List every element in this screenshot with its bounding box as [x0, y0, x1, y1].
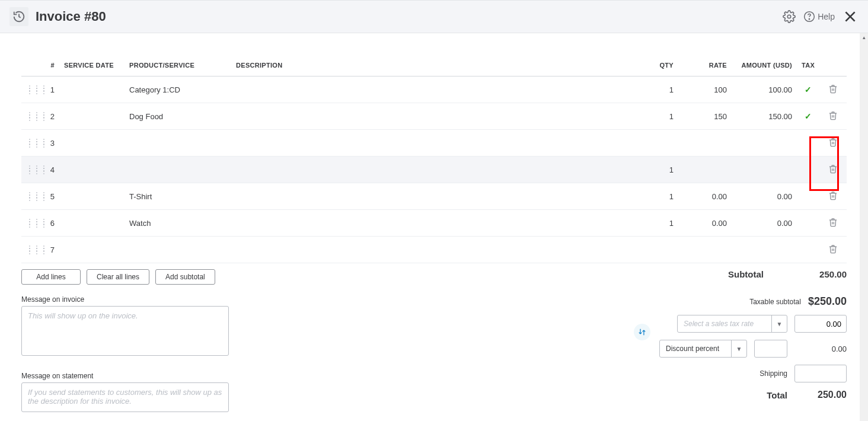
help-button[interactable]: Help	[803, 11, 835, 23]
service-date-cell[interactable]	[59, 130, 125, 157]
description-cell[interactable]	[231, 183, 631, 210]
tax-amount-input[interactable]	[794, 315, 847, 333]
table-row[interactable]: ⋮⋮⋮⋮⋮⋮1Category 1:CD1100100.00✓	[21, 76, 847, 103]
rate-cell[interactable]	[678, 157, 732, 183]
tax-cell[interactable]	[797, 237, 819, 263]
tax-cell[interactable]	[797, 130, 819, 157]
qty-cell[interactable]: 1	[631, 210, 678, 237]
bottom-area: Message on invoice Message on statement …	[21, 295, 847, 414]
discount-type-select[interactable]: Discount percent ▼	[659, 340, 747, 358]
product-cell[interactable]	[125, 157, 231, 183]
subtotal-value: 250.00	[799, 269, 847, 279]
trash-icon	[828, 84, 838, 94]
rate-cell[interactable]	[678, 130, 732, 157]
table-row[interactable]: ⋮⋮⋮⋮⋮⋮6Watch10.000.00	[21, 210, 847, 237]
amount-cell[interactable]: 150.00	[732, 103, 797, 130]
drag-handle-icon[interactable]: ⋮⋮⋮⋮⋮⋮	[21, 130, 38, 157]
message-invoice-label: Message on invoice	[21, 295, 229, 304]
drag-handle-icon[interactable]: ⋮⋮⋮⋮⋮⋮	[21, 237, 38, 263]
message-statement-input[interactable]	[21, 382, 229, 412]
description-cell[interactable]	[231, 237, 631, 263]
line-action-buttons: Add lines Clear all lines Add subtotal	[21, 269, 215, 285]
service-date-cell[interactable]	[59, 210, 125, 237]
drag-handle-icon[interactable]: ⋮⋮⋮⋮⋮⋮	[21, 76, 38, 103]
tax-cell[interactable]	[797, 157, 819, 183]
delete-row-button[interactable]	[819, 210, 847, 237]
shipping-input[interactable]	[794, 365, 847, 382]
close-icon[interactable]	[842, 8, 859, 25]
description-cell[interactable]	[231, 103, 631, 130]
service-date-cell[interactable]	[59, 103, 125, 130]
discount-row: Discount percent ▼ 0.00	[642, 340, 847, 358]
chevron-down-icon: ▼	[731, 340, 746, 357]
qty-cell[interactable]: 1	[631, 157, 678, 183]
discount-value-input[interactable]	[754, 340, 787, 358]
table-row[interactable]: ⋮⋮⋮⋮⋮⋮5T-Shirt10.000.00	[21, 183, 847, 210]
taxable-subtotal-label: Taxable subtotal	[749, 298, 801, 306]
rate-cell[interactable]: 0.00	[678, 183, 732, 210]
add-subtotal-button[interactable]: Add subtotal	[155, 269, 215, 285]
amount-cell[interactable]: 0.00	[732, 183, 797, 210]
gear-icon[interactable]	[782, 9, 796, 24]
tax-cell[interactable]	[797, 210, 819, 237]
description-cell[interactable]	[231, 76, 631, 103]
recent-icon[interactable]	[9, 7, 28, 26]
tax-cell[interactable]	[797, 183, 819, 210]
product-cell[interactable]	[125, 237, 231, 263]
rate-cell[interactable]	[678, 237, 732, 263]
rate-cell[interactable]: 100	[678, 76, 732, 103]
clear-all-lines-button[interactable]: Clear all lines	[87, 269, 149, 285]
table-row[interactable]: ⋮⋮⋮⋮⋮⋮41	[21, 157, 847, 183]
description-cell[interactable]	[231, 130, 631, 157]
qty-cell[interactable]: 1	[631, 183, 678, 210]
swap-discount-shipping-icon[interactable]	[634, 324, 650, 340]
col-header-product: PRODUCT/SERVICE	[125, 55, 231, 76]
product-cell[interactable]	[125, 130, 231, 157]
delete-row-button[interactable]	[819, 157, 847, 183]
service-date-cell[interactable]	[59, 157, 125, 183]
product-cell[interactable]: T-Shirt	[125, 183, 231, 210]
amount-cell[interactable]	[732, 130, 797, 157]
rate-cell[interactable]: 150	[678, 103, 732, 130]
rate-cell[interactable]: 0.00	[678, 210, 732, 237]
service-date-cell[interactable]	[59, 76, 125, 103]
table-row[interactable]: ⋮⋮⋮⋮⋮⋮2Dog Food1150150.00✓	[21, 103, 847, 130]
service-date-cell[interactable]	[59, 183, 125, 210]
col-header-num: #	[38, 55, 59, 76]
qty-cell[interactable]	[631, 130, 678, 157]
description-cell[interactable]	[231, 210, 631, 237]
amount-cell[interactable]: 100.00	[732, 76, 797, 103]
message-invoice-input[interactable]	[21, 306, 229, 356]
delete-row-button[interactable]	[819, 237, 847, 263]
line-items-table: # SERVICE DATE PRODUCT/SERVICE DESCRIPTI…	[21, 55, 847, 263]
add-lines-button[interactable]: Add lines	[21, 269, 81, 285]
drag-handle-icon[interactable]: ⋮⋮⋮⋮⋮⋮	[21, 103, 38, 130]
tax-cell[interactable]: ✓	[797, 76, 819, 103]
product-cell[interactable]: Category 1:CD	[125, 76, 231, 103]
description-cell[interactable]	[231, 157, 631, 183]
table-row[interactable]: ⋮⋮⋮⋮⋮⋮3	[21, 130, 847, 157]
table-row[interactable]: ⋮⋮⋮⋮⋮⋮7	[21, 237, 847, 263]
header-right: Help	[782, 8, 859, 25]
col-header-description: DESCRIPTION	[231, 55, 631, 76]
trash-icon	[828, 191, 838, 200]
amount-cell[interactable]	[732, 157, 797, 183]
drag-handle-icon[interactable]: ⋮⋮⋮⋮⋮⋮	[21, 183, 38, 210]
qty-cell[interactable]: 1	[631, 76, 678, 103]
drag-handle-icon[interactable]: ⋮⋮⋮⋮⋮⋮	[21, 210, 38, 237]
delete-row-button[interactable]	[819, 130, 847, 157]
delete-row-button[interactable]	[819, 183, 847, 210]
amount-cell[interactable]: 0.00	[732, 210, 797, 237]
product-cell[interactable]: Watch	[125, 210, 231, 237]
product-cell[interactable]: Dog Food	[125, 103, 231, 130]
drag-handle-icon[interactable]: ⋮⋮⋮⋮⋮⋮	[21, 157, 38, 183]
amount-cell[interactable]	[732, 237, 797, 263]
qty-cell[interactable]: 1	[631, 103, 678, 130]
tax-rate-select[interactable]: Select a sales tax rate ▼	[677, 315, 787, 333]
tax-cell[interactable]: ✓	[797, 103, 819, 130]
delete-row-button[interactable]	[819, 76, 847, 103]
discount-amount-value: 0.00	[794, 345, 847, 353]
qty-cell[interactable]	[631, 237, 678, 263]
delete-row-button[interactable]	[819, 103, 847, 130]
service-date-cell[interactable]	[59, 237, 125, 263]
